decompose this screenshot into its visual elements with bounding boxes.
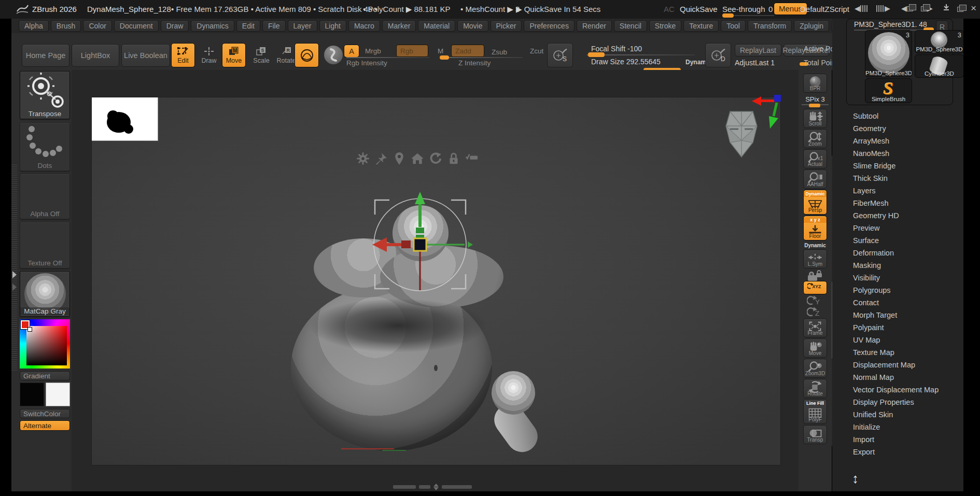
z-intensity-handle[interactable]	[440, 55, 449, 60]
canvas[interactable]	[72, 70, 799, 491]
rgb-toggle[interactable]: Rgb	[396, 45, 428, 57]
tool-menu-fibermesh[interactable]: FiberMesh	[832, 197, 963, 209]
tool-menu-unified-skin[interactable]: Unified Skin	[832, 408, 963, 421]
tool-thumb-pm3d_sphere3d[interactable]: 3PM3D_Sphere3D	[865, 30, 912, 77]
tool-menu-displacement-map[interactable]: Displacement Map	[832, 359, 963, 371]
texture-tile[interactable]: Texture Off	[20, 222, 70, 268]
stroke-curve-button[interactable]: S	[547, 43, 573, 67]
alpha-tile[interactable]: Alpha Off	[20, 174, 70, 219]
secondary-color-swatch[interactable]	[46, 382, 70, 406]
see-through-slider-label[interactable]: See-through	[722, 5, 765, 13]
z-intensity-slider[interactable]: Z Intensity	[458, 59, 491, 67]
rightshelf-persp-button[interactable]: DynamicPersp	[803, 190, 827, 215]
tool-menu-import[interactable]: Import	[832, 433, 963, 446]
zcut-toggle[interactable]: Zcut	[530, 47, 543, 55]
rightshelf-floor-button[interactable]: x y zFloor	[803, 216, 827, 240]
rightshelf-y-button[interactable]: Y	[803, 295, 827, 306]
m-toggle[interactable]: M	[438, 47, 443, 55]
home-icon[interactable]	[411, 152, 424, 165]
draw-mode-button[interactable]: Draw	[198, 43, 220, 67]
rightshelf-polyf-button[interactable]: Line FillPolyF	[803, 399, 827, 424]
rightshelf-actual-button[interactable]: x1Actual	[803, 149, 827, 168]
color-picker[interactable]	[20, 319, 70, 369]
alternate-button[interactable]: Alternate	[20, 420, 70, 431]
draw-size-slider[interactable]: Draw Size 292.55645	[591, 58, 661, 66]
tool-menu-layers[interactable]: Layers	[832, 185, 963, 197]
scrub-left-icon[interactable]: ◀	[855, 4, 869, 12]
home-page-button[interactable]: Home Page	[22, 44, 69, 67]
menu-edit[interactable]: Edit	[236, 20, 260, 32]
tool-menu-nanomesh[interactable]: NanoMesh	[832, 147, 963, 160]
tool-menu-texture-map[interactable]: Texture Map	[832, 346, 963, 359]
lock-icon[interactable]	[447, 152, 460, 165]
rgb-intensity-slider[interactable]: Rgb Intensity	[346, 59, 387, 67]
menu-texture[interactable]: Texture	[683, 20, 719, 32]
gear-icon[interactable]	[356, 152, 370, 165]
menu-stroke[interactable]: Stroke	[649, 20, 681, 32]
window-front-icon[interactable]: ▶	[921, 4, 933, 12]
tool-menu-subtool[interactable]: Subtool	[832, 110, 963, 122]
material-tile[interactable]: MatCap Gray	[20, 271, 70, 317]
collapse-arrow-icon[interactable]	[12, 271, 17, 278]
rightshelf-zoom3d-button[interactable]: Zoom3D	[803, 359, 827, 378]
quicksave-button[interactable]: QuickSave	[680, 5, 718, 13]
rgb-intensity-track[interactable]	[346, 57, 429, 58]
menu-color[interactable]: Color	[83, 20, 111, 32]
menu-alpha[interactable]: Alpha	[19, 20, 49, 32]
rightshelf-transp-button[interactable]: Transp	[803, 425, 827, 444]
tool-menu-polygroups[interactable]: Polygroups	[832, 284, 963, 296]
menu-brush[interactable]: Brush	[51, 20, 81, 32]
current-brush-button[interactable]	[295, 43, 319, 67]
tool-menu-surface[interactable]: Surface	[832, 234, 963, 247]
menu-picker[interactable]: Picker	[491, 20, 522, 32]
restore-icon[interactable]	[957, 5, 963, 13]
rightshelf-frame-button[interactable]: Frame	[803, 318, 827, 337]
rightshelf-rotate-button[interactable]: Rotate	[803, 379, 827, 398]
z-intensity-track[interactable]	[440, 57, 523, 58]
tool-menu-initialize[interactable]: Initialize	[832, 421, 963, 433]
rightshelf-spix-3-slider[interactable]: SPix 3	[802, 95, 829, 105]
see-through-handle[interactable]	[722, 13, 734, 18]
rightshelf-bpr-button[interactable]: BPR	[803, 74, 827, 93]
tool-menu-display-properties[interactable]: Display Properties	[832, 396, 963, 408]
tool-menu-vector-displacement-map[interactable]: Vector Displacement Map	[832, 384, 963, 396]
menu-draw[interactable]: Draw	[161, 20, 189, 32]
tool-menu-slime-bridge[interactable]: Slime Bridge	[832, 160, 963, 172]
tool-thumb-pm3d_sphere3d[interactable]: 3PM3D_Sphere3D	[915, 30, 964, 53]
menu-file[interactable]: File	[262, 20, 286, 32]
collapse-arrow-dim-icon[interactable]	[12, 284, 17, 291]
menu-document[interactable]: Document	[114, 20, 159, 32]
scrollbar-arrows[interactable]	[433, 484, 439, 490]
tool-menu-thick-skin[interactable]: Thick Skin	[832, 172, 963, 185]
stroke-preview-sphere[interactable]	[324, 46, 343, 64]
tool-menu-visibility[interactable]: Visibility	[832, 272, 963, 284]
menu-movie[interactable]: Movie	[457, 20, 488, 32]
rightshelf-l-sym-button[interactable]: L.Sym	[803, 249, 827, 268]
focal-shift-handle[interactable]	[588, 52, 605, 57]
switchcolor-button[interactable]: SwitchColor	[20, 409, 70, 418]
tool-menu-geometry[interactable]: Geometry	[832, 122, 963, 135]
rightshelf-zoom-button[interactable]: Zoom	[803, 129, 827, 148]
menu-tool[interactable]: Tool	[721, 20, 746, 32]
focal-shift-slider[interactable]: Focal Shift -100	[591, 45, 642, 53]
rightshelf-scroll-button[interactable]: Scroll	[803, 109, 827, 128]
rightshelf-aahalf-button[interactable]: AAHalf	[803, 169, 827, 189]
live-boolean-button[interactable]: Live Boolean	[121, 44, 170, 67]
scrollbar-segment[interactable]	[393, 485, 416, 489]
menu-transform[interactable]: Transform	[748, 20, 792, 32]
toggle-check-icon[interactable]	[465, 152, 479, 165]
menu-preferences[interactable]: Preferences	[524, 20, 574, 32]
pin-icon[interactable]	[374, 152, 388, 165]
zadd-toggle[interactable]: Zadd	[451, 45, 484, 57]
scale-mode-button[interactable]: S Scale	[251, 43, 272, 67]
zscript-button[interactable]: DefaultZScript	[800, 5, 849, 13]
a-toggle-button[interactable]: A	[344, 45, 359, 58]
rightshelf-move-button[interactable]: Move	[803, 338, 827, 358]
gradient-button[interactable]: Gradient	[20, 371, 70, 380]
color-picker-selector[interactable]	[27, 327, 32, 332]
spix-handle[interactable]	[809, 104, 820, 107]
menu-layer[interactable]: Layer	[288, 20, 317, 32]
move-mode-button[interactable]: M Move	[222, 43, 246, 67]
tool-menu-geometry-hd[interactable]: Geometry HD	[832, 209, 963, 222]
marker-icon[interactable]	[393, 152, 406, 165]
